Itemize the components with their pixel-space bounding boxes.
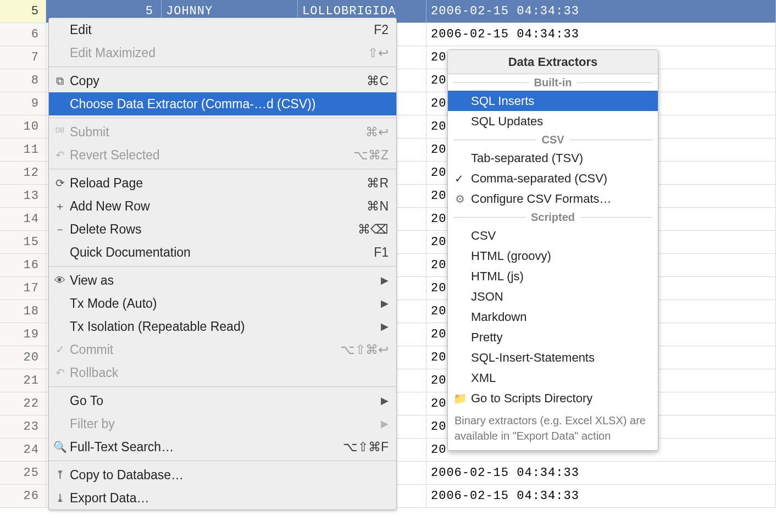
row-gutter[interactable]: 16 (0, 254, 46, 276)
row-gutter[interactable]: 8 (0, 69, 46, 92)
chevron-right-icon: ▶ (374, 297, 389, 309)
chevron-right-icon: ▶ (374, 418, 389, 430)
menu-copy[interactable]: ⧉Copy⌘C (49, 69, 396, 92)
menu-commit: ✓Commit⌥⇧⌘↩ (49, 338, 396, 361)
shortcut: ⌥⌘Z (347, 148, 389, 163)
shortcut: ⌘C (360, 74, 389, 88)
si-csv-script[interactable]: CSV (448, 225, 658, 246)
cell-updated[interactable]: 2006-02-15 04:34:33 (426, 0, 776, 23)
row-gutter[interactable]: 15 (0, 231, 46, 253)
menu-choose-extractor[interactable]: Choose Data Extractor (Comma-…d (CSV)) (49, 92, 396, 115)
menu-submit: DBSubmit⌘↩ (49, 120, 396, 143)
si-html-groovy[interactable]: HTML (groovy) (448, 246, 658, 266)
menu-filterby: Filter by▶ (49, 412, 396, 435)
si-markdown[interactable]: Markdown (448, 307, 658, 327)
shortcut: F1 (367, 245, 389, 260)
copy-icon: ⧉ (53, 75, 66, 86)
row-gutter[interactable]: 26 (0, 485, 46, 507)
menu-copy-db[interactable]: ⤒Copy to Database… (49, 463, 396, 486)
check-icon: ✓ (53, 344, 66, 355)
row-gutter[interactable]: 5 (0, 0, 46, 23)
row-gutter[interactable]: 7 (0, 46, 46, 69)
chevron-right-icon: ▶ (374, 395, 389, 407)
eye-icon: 👁 (53, 275, 66, 286)
check-icon: ✓ (454, 172, 464, 185)
si-sql-inserts[interactable]: SQL Inserts (448, 91, 658, 111)
refresh-icon: ⟳ (53, 178, 66, 189)
undo-icon: ↶ (53, 149, 66, 160)
si-tsv[interactable]: Tab-separated (TSV) (448, 148, 658, 168)
row-gutter[interactable]: 24 (0, 439, 46, 461)
context-menu: EditF2 Edit Maximized⇧↩ ⧉Copy⌘C Choose D… (48, 18, 397, 510)
row-gutter[interactable]: 10 (0, 115, 46, 138)
menu-rollback: ↶Rollback (49, 361, 396, 384)
menu-edit[interactable]: EditF2 (49, 18, 396, 41)
menu-tx-mode[interactable]: Tx Mode (Auto)▶ (49, 292, 396, 315)
shortcut: F2 (367, 23, 389, 37)
shortcut: ⌘⌫ (351, 222, 389, 237)
row-gutter[interactable]: 9 (0, 92, 46, 115)
menu-quickdoc[interactable]: Quick DocumentationF1 (49, 241, 396, 264)
row-gutter[interactable]: 13 (0, 185, 46, 207)
shortcut: ⌘N (360, 199, 389, 214)
row-gutter[interactable]: 23 (0, 415, 46, 438)
cell-updated[interactable]: 2006-02-15 04:34:33 (426, 462, 776, 484)
menu-view-as[interactable]: 👁View as▶ (49, 269, 396, 292)
search-icon: 🔍 (53, 441, 66, 452)
shortcut: ⌘R (360, 176, 389, 191)
group-scripted: Scripted (448, 209, 658, 225)
shortcut: ⌥⇧⌘F (336, 440, 389, 455)
shortcut: ⌘↩ (359, 125, 389, 140)
menu-reload[interactable]: ⟳Reload Page⌘R (49, 171, 396, 195)
menu-add-row[interactable]: ＋Add New Row⌘N (49, 195, 396, 218)
submenu-title: Data Extractors (448, 50, 658, 74)
minus-icon: － (53, 224, 66, 235)
upload-icon: ⤒ (53, 469, 66, 480)
row-gutter[interactable]: 19 (0, 323, 46, 346)
menu-fts[interactable]: 🔍Full-Text Search…⌥⇧⌘F (49, 435, 396, 458)
menu-export[interactable]: ⤓Export Data… (49, 486, 396, 509)
group-csv: CSV (448, 131, 658, 148)
row-gutter[interactable]: 14 (0, 208, 46, 230)
row-gutter[interactable]: 11 (0, 138, 46, 161)
si-sql-updates[interactable]: SQL Updates (448, 111, 658, 131)
shortcut: ⇧↩ (361, 46, 389, 60)
si-json[interactable]: JSON (448, 286, 658, 307)
si-sql-insert-stmts[interactable]: SQL-Insert-Statements (448, 347, 658, 368)
row-gutter[interactable]: 6 (0, 23, 46, 46)
chevron-right-icon: ▶ (374, 320, 389, 332)
row-gutter[interactable]: 21 (0, 369, 46, 392)
row-gutter[interactable]: 25 (0, 462, 46, 484)
db-icon: DB (53, 127, 66, 134)
row-gutter[interactable]: 12 (0, 162, 46, 184)
si-html-js[interactable]: HTML (js) (448, 266, 658, 286)
plus-icon: ＋ (53, 201, 66, 212)
group-builtin: Built-in (448, 74, 658, 91)
undo-icon: ↶ (53, 367, 66, 378)
cell-updated[interactable]: 2006-02-15 04:34:33 (426, 23, 776, 46)
shortcut: ⌥⇧⌘↩ (334, 342, 389, 357)
menu-tx-iso[interactable]: Tx Isolation (Repeatable Read)▶ (49, 315, 396, 338)
download-icon: ⤓ (53, 492, 66, 503)
row-gutter[interactable]: 17 (0, 277, 46, 300)
si-scripts-dir[interactable]: 📁Go to Scripts Directory (448, 388, 658, 408)
si-xml[interactable]: XML (448, 368, 658, 388)
chevron-right-icon: ▶ (374, 274, 389, 286)
row-gutter[interactable]: 22 (0, 392, 46, 415)
row-gutter[interactable]: 18 (0, 300, 46, 323)
settings-icon: ⚙ (453, 192, 467, 206)
row-gutter[interactable]: 20 (0, 346, 46, 369)
folder-icon: 📁 (453, 392, 467, 405)
submenu-hint: Binary extractors (e.g. Excel XLSX) are … (448, 408, 658, 450)
menu-goto[interactable]: Go To▶ (49, 389, 396, 412)
si-csv[interactable]: ✓Comma-separated (CSV) (448, 168, 658, 189)
menu-edit-max: Edit Maximized⇧↩ (49, 41, 396, 64)
cell-updated[interactable]: 2006-02-15 04:34:33 (426, 485, 776, 507)
menu-revert: ↶Revert Selected⌥⌘Z (49, 143, 396, 167)
menu-delete-rows[interactable]: －Delete Rows⌘⌫ (49, 218, 396, 241)
si-pretty[interactable]: Pretty (448, 327, 658, 347)
extractor-submenu: Data Extractors Built-in SQL Inserts SQL… (447, 49, 658, 451)
si-configure-csv[interactable]: ⚙Configure CSV Formats… (448, 189, 658, 209)
